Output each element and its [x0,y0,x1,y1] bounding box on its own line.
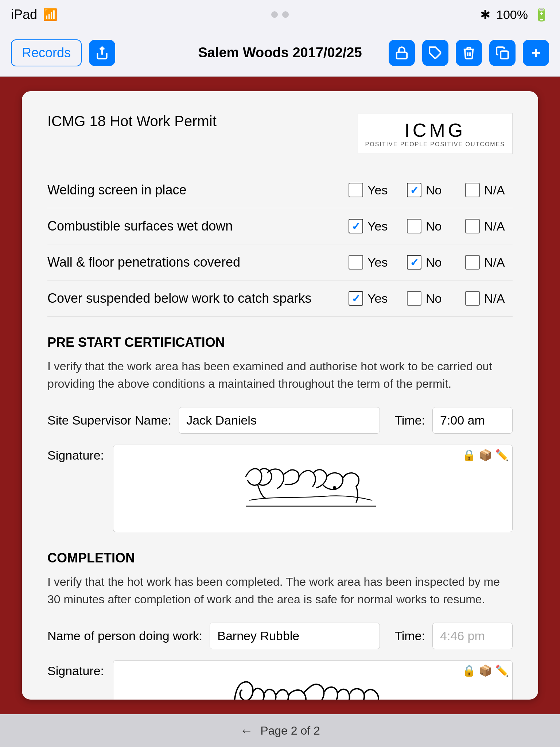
lock-sig-icon: 🔒 [462,449,476,461]
checklist-item-3: Wall & floor penetrations covered Yes ✓ … [47,244,513,280]
na-option-2[interactable]: N/A [465,219,513,233]
checkbox-group-4: ✓ Yes No N/A [349,291,513,306]
yes-checkbox-3[interactable] [349,255,363,270]
device-label: iPad [11,7,37,22]
lock-icon [395,46,409,60]
icmg-logo: ICMG POSITIVE PEOPLE POSITIVE OUTCOMES [358,113,513,154]
supervisor-label: Site Supervisor Name: [47,413,171,427]
wifi-icon: 📶 [43,8,58,22]
yes-option-3[interactable]: Yes [349,255,396,270]
yes-option-4[interactable]: ✓ Yes [349,291,396,306]
na-checkbox-3[interactable] [465,255,480,270]
signature-row-2: Signature: 🔒 📦 ✏️ [47,660,513,700]
status-right: ✱ 100% 🔋 [480,7,549,22]
page-indicator: Page 2 of 2 [260,724,320,738]
no-option-4[interactable]: No [407,291,454,306]
time-input-2[interactable]: 4:46 pm [432,623,513,649]
barney-rubble-signature [113,661,512,700]
time-label-2: Time: [394,629,425,643]
icmg-tagline: POSITIVE PEOPLE POSITIVE OUTCOMES [365,141,505,148]
document-title: Salem Woods 2017/02/25 [198,45,362,61]
toolbar-left: Records [11,39,115,66]
no-label-1: No [426,183,442,197]
box-sig-icon-2: 📦 [479,664,492,677]
signature-label-2: Signature: [47,660,106,678]
battery-icon: 🔋 [534,7,549,22]
checkmark-4: ✓ [351,292,361,305]
nav-dot-2 [282,11,289,18]
footer-bar: ← Page 2 of 2 [0,714,560,747]
add-button[interactable] [523,40,549,66]
pre-start-text: I verify that the work area has been exa… [47,357,513,392]
na-option-1[interactable]: N/A [465,183,513,197]
battery-label: 100% [496,8,528,22]
yes-label-2: Yes [368,219,388,233]
toolbar: Records Salem Woods 2017/02/25 [0,29,560,77]
yes-checkbox-1[interactable] [349,183,363,197]
checklist-item-4: Cover suspended below work to catch spar… [47,280,513,317]
no-option-1[interactable]: ✓ No [407,183,454,197]
supervisor-name-input[interactable]: Jack Daniels [179,407,380,434]
checkbox-group-3: Yes ✓ No N/A [349,255,513,270]
checklist-item-2: Combustible surfaces wet down ✓ Yes No N… [47,208,513,244]
tag-icon [428,46,442,60]
yes-option-2[interactable]: ✓ Yes [349,219,396,233]
time-input-1[interactable]: 7:00 am [432,407,513,434]
no-label-4: No [426,291,442,306]
time-label-1: Time: [394,413,425,427]
checkbox-group-2: ✓ Yes No N/A [349,219,513,233]
na-option-4[interactable]: N/A [465,291,513,306]
copy-icon [495,46,509,60]
na-checkbox-4[interactable] [465,291,480,306]
main-content: ICMG 18 Hot Work Permit ICMG POSITIVE PE… [0,77,560,714]
yes-option-1[interactable]: Yes [349,183,396,197]
nav-dot-1 [271,11,278,18]
no-checkbox-3[interactable]: ✓ [407,255,421,270]
yes-checkbox-4[interactable]: ✓ [349,291,363,306]
bluetooth-icon: ✱ [480,7,490,22]
lock-button[interactable] [389,40,415,66]
status-left: iPad 📶 [11,7,58,22]
copy-button[interactable] [489,40,516,66]
na-checkbox-2[interactable] [465,219,480,233]
status-bar: iPad 📶 ✱ 100% 🔋 [0,0,560,29]
signature-box-1[interactable]: 🔒 📦 ✏️ [113,445,513,532]
signature-box-2[interactable]: 🔒 📦 ✏️ [113,660,513,700]
trash-icon [462,46,476,60]
no-option-2[interactable]: No [407,219,454,233]
na-checkbox-1[interactable] [465,183,480,197]
pencil-sig-icon-2: ✏️ [495,664,509,677]
yes-checkbox-2[interactable]: ✓ [349,219,363,233]
item-label-3: Wall & floor penetrations covered [47,255,341,270]
no-label-3: No [426,255,442,270]
na-label-2: N/A [484,219,505,233]
svg-rect-3 [501,51,508,59]
na-option-3[interactable]: N/A [465,255,513,270]
records-button[interactable]: Records [11,39,82,66]
pencil-sig-icon: ✏️ [495,449,509,461]
sig-icons-1: 🔒 📦 ✏️ [462,449,509,461]
sig-icons-2: 🔒 📦 ✏️ [462,664,509,677]
checkmark-1: ✓ [410,184,419,197]
supervisor-row: Site Supervisor Name: Jack Daniels Time:… [47,407,513,434]
worker-name-input[interactable]: Barney Rubble [210,623,380,649]
no-checkbox-2[interactable] [407,219,421,233]
icmg-logo-text: ICMG [365,119,505,141]
checkbox-group-1: Yes ✓ No N/A [349,183,513,197]
jack-daniels-signature [113,445,512,532]
trash-button[interactable] [456,40,482,66]
checkmark-2: ✓ [351,220,361,233]
share-button[interactable] [89,40,115,66]
tag-button[interactable] [422,40,448,66]
na-label-4: N/A [484,291,505,306]
no-checkbox-1[interactable]: ✓ [407,183,421,197]
back-arrow-icon[interactable]: ← [240,723,253,738]
completion-heading: COMPLETION [47,550,513,566]
plus-icon [529,46,543,60]
signature-label-1: Signature: [47,445,106,462]
no-checkbox-4[interactable] [407,291,421,306]
item-label-1: Welding screen in place [47,182,341,198]
no-option-3[interactable]: ✓ No [407,255,454,270]
box-sig-icon: 📦 [479,449,492,461]
worker-row: Name of person doing work: Barney Rubble… [47,623,513,649]
